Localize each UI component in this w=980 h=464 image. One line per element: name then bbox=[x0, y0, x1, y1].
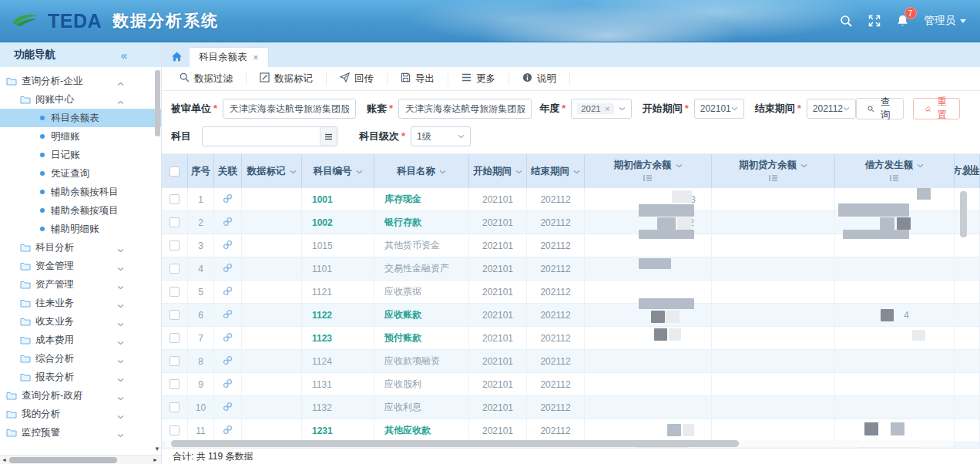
link-icon[interactable] bbox=[223, 378, 233, 391]
grid-hscrollbar[interactable] bbox=[165, 440, 954, 447]
subject-code-link[interactable]: 1002 bbox=[312, 217, 333, 228]
subject-name-link[interactable]: 预付账款 bbox=[384, 331, 421, 345]
col-db-header[interactable]: 借方发生额 bbox=[835, 154, 955, 188]
sidebar-item-5[interactable]: 凭证查询 bbox=[0, 164, 161, 183]
sort-chevron-icon[interactable] bbox=[290, 166, 297, 177]
subject-code-link[interactable]: 1122 bbox=[312, 310, 332, 321]
col-start-header[interactable]: 开始期间 bbox=[469, 154, 527, 188]
link-icon[interactable] bbox=[223, 332, 233, 345]
link-icon[interactable] bbox=[223, 263, 233, 275]
subject-level-select[interactable]: 1级 bbox=[411, 126, 471, 146]
sort-chevron-icon[interactable] bbox=[515, 166, 522, 177]
start-period-select[interactable]: 202101 bbox=[694, 99, 744, 119]
sidebar-item-18[interactable]: 我的分析 bbox=[0, 405, 161, 423]
sort-chevron-icon[interactable] bbox=[439, 166, 446, 177]
sidebar-item-1[interactable]: 阅账中心 bbox=[0, 90, 161, 109]
column-settings-icon[interactable] bbox=[965, 165, 975, 174]
toolbar-data-mark-button[interactable]: 数据标记 bbox=[247, 72, 327, 86]
row-checkbox[interactable] bbox=[169, 264, 180, 274]
sort-chevron-icon[interactable] bbox=[800, 160, 807, 170]
column-filter-icon[interactable] bbox=[769, 173, 778, 184]
sort-chevron-icon[interactable] bbox=[356, 166, 363, 177]
account-book-input[interactable] bbox=[398, 99, 532, 119]
sidebar-vscroll-down-arrow[interactable]: ▼ bbox=[153, 446, 161, 453]
sidebar-item-16[interactable]: 报表分析 bbox=[0, 368, 161, 386]
row-checkbox[interactable] bbox=[169, 240, 180, 250]
row-checkbox[interactable] bbox=[169, 217, 180, 227]
scroll-right-arrow[interactable]: ► bbox=[153, 456, 158, 464]
row-checkbox[interactable] bbox=[169, 425, 180, 435]
scroll-left-arrow[interactable]: ◄ bbox=[2, 456, 7, 464]
sidebar-vscrollbar-thumb[interactable] bbox=[155, 70, 160, 136]
tab-subject-balance[interactable]: 科目余额表 × bbox=[189, 47, 269, 67]
row-checkbox[interactable] bbox=[169, 310, 180, 320]
select-all-checkbox[interactable] bbox=[169, 166, 180, 177]
query-button[interactable]: 查询 bbox=[856, 98, 904, 119]
subject-name-link[interactable]: 银行存款 bbox=[384, 216, 421, 229]
row-checkbox[interactable] bbox=[169, 194, 180, 204]
toolbar-export-button[interactable]: 导出 bbox=[388, 72, 448, 86]
grid-vscrollbar-thumb[interactable] bbox=[960, 191, 967, 237]
col-mark-header[interactable]: 数据标记 bbox=[242, 154, 302, 188]
reset-button[interactable]: 重置 bbox=[913, 98, 961, 119]
sidebar-hscrollbar[interactable]: ◄ ► bbox=[0, 455, 161, 464]
link-icon[interactable] bbox=[223, 448, 233, 449]
col-cf-header[interactable]: 期初贷方余额 bbox=[712, 154, 835, 188]
end-period-select[interactable]: 202112 bbox=[807, 99, 856, 119]
sidebar-item-11[interactable]: 资产管理 bbox=[0, 275, 161, 294]
sidebar-item-8[interactable]: 辅助明细账 bbox=[0, 220, 161, 238]
sidebar-item-17[interactable]: 查询分析-政府 bbox=[0, 386, 161, 405]
column-filter-icon[interactable] bbox=[890, 173, 899, 184]
col-bd-header[interactable]: 期初借方余额 bbox=[585, 154, 712, 188]
year-select[interactable]: 2021 × bbox=[571, 99, 631, 119]
sidebar-item-9[interactable]: 科目分析 bbox=[0, 238, 161, 257]
row-checkbox[interactable] bbox=[169, 356, 180, 366]
row-checkbox[interactable] bbox=[169, 402, 180, 412]
search-icon[interactable] bbox=[840, 15, 853, 28]
sidebar-item-7[interactable]: 辅助余额按项目 bbox=[0, 201, 161, 220]
sidebar-item-13[interactable]: 收支业务 bbox=[0, 312, 161, 331]
sidebar-item-15[interactable]: 综合分析 bbox=[0, 349, 161, 368]
link-icon[interactable] bbox=[223, 309, 233, 321]
sort-chevron-icon[interactable] bbox=[917, 160, 924, 170]
row-checkbox[interactable] bbox=[169, 333, 180, 343]
sidebar-item-0[interactable]: 查询分析-企业 bbox=[0, 72, 161, 90]
row-checkbox[interactable] bbox=[169, 287, 180, 297]
sidebar-item-12[interactable]: 往来业务 bbox=[0, 294, 161, 312]
fullscreen-icon[interactable] bbox=[868, 15, 881, 27]
column-filter-icon[interactable] bbox=[643, 173, 653, 184]
tab-close-icon[interactable]: × bbox=[253, 52, 259, 63]
subject-code-link[interactable]: 1001 bbox=[312, 194, 333, 205]
sidebar-item-14[interactable]: 成本费用 bbox=[0, 331, 161, 349]
subject-code-link[interactable]: 1123 bbox=[312, 333, 332, 344]
toolbar-data-filter-button[interactable]: 数据过滤 bbox=[166, 72, 247, 86]
link-icon[interactable] bbox=[223, 425, 233, 437]
toolbar-help-button[interactable]: 说明 bbox=[509, 72, 570, 86]
row-checkbox[interactable] bbox=[169, 379, 180, 389]
subject-code-link[interactable]: 1231 bbox=[312, 425, 333, 436]
sidebar-item-4[interactable]: 日记账 bbox=[0, 146, 161, 164]
link-icon[interactable] bbox=[223, 286, 233, 298]
link-icon[interactable] bbox=[223, 240, 233, 252]
grid-hscrollbar-thumb[interactable] bbox=[171, 440, 739, 447]
sidebar-item-2[interactable]: 科目余额表 bbox=[0, 109, 161, 127]
sidebar-collapse-icon[interactable]: « bbox=[121, 49, 127, 62]
toolbar-send-back-button[interactable]: 回传 bbox=[327, 72, 388, 86]
subject-picker-icon[interactable] bbox=[320, 127, 337, 146]
sort-chevron-icon[interactable] bbox=[573, 166, 580, 177]
year-tag-remove-icon[interactable]: × bbox=[605, 104, 610, 113]
toolbar-more-button[interactable]: 更多 bbox=[448, 72, 509, 86]
sidebar-item-6[interactable]: 辅助余额按科目 bbox=[0, 183, 161, 201]
user-menu[interactable]: 管理员 bbox=[925, 14, 967, 28]
subject-name-link[interactable]: 其他应收款 bbox=[384, 424, 431, 437]
sort-chevron-icon[interactable] bbox=[676, 160, 683, 170]
subject-input[interactable] bbox=[202, 126, 337, 146]
col-name-header[interactable]: 科目名称 bbox=[374, 154, 469, 188]
col-end-header[interactable]: 结束期间 bbox=[527, 154, 585, 188]
subject-name-link[interactable]: 应收账款 bbox=[384, 308, 421, 321]
col-code-header[interactable]: 科目编号 bbox=[302, 154, 374, 188]
sidebar-hscrollbar-thumb[interactable] bbox=[9, 457, 117, 463]
sidebar-item-10[interactable]: 资金管理 bbox=[0, 257, 161, 275]
subject-name-link[interactable]: 库存现金 bbox=[384, 193, 421, 206]
link-icon[interactable] bbox=[223, 217, 233, 229]
